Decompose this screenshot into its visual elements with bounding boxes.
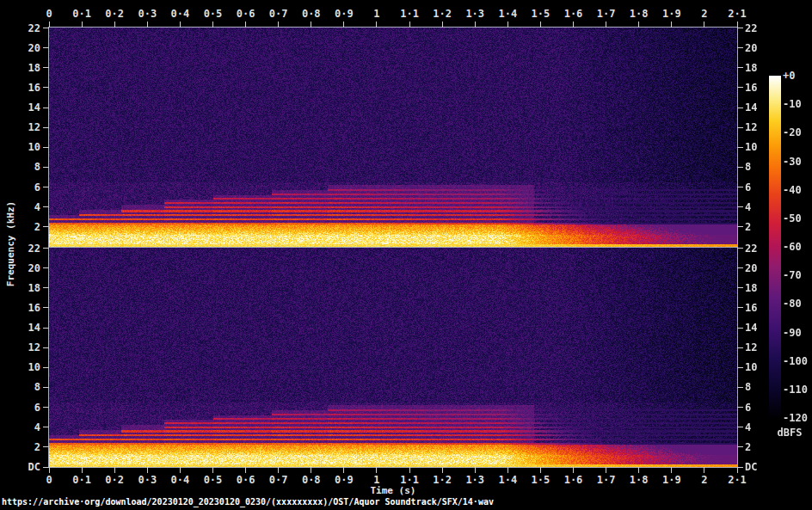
- freq-tick-label: 20: [745, 262, 783, 274]
- freq-tick: [43, 307, 49, 308]
- time-tick: [737, 22, 738, 28]
- time-tick: [311, 467, 311, 473]
- freq-tick-label: 16: [6, 82, 40, 94]
- colorbar-unit-label: dBFS: [770, 427, 809, 439]
- time-tick: [343, 22, 344, 28]
- freq-tick: [737, 328, 743, 329]
- freq-tick-label: DC: [6, 461, 40, 473]
- freq-tick-label: 6: [745, 402, 783, 414]
- time-tick-label: 2·1: [718, 474, 756, 486]
- time-tick: [180, 22, 181, 28]
- freq-tick-label: 22: [745, 243, 783, 255]
- db-tick-label: -20: [783, 126, 812, 138]
- time-tick: [147, 467, 148, 473]
- db-tick-label: -80: [783, 298, 812, 310]
- freq-tick-label: 8: [745, 161, 783, 173]
- db-tick-label: -30: [783, 156, 812, 168]
- freq-tick-label: 4: [6, 421, 40, 433]
- freq-tick-label: 10: [6, 141, 40, 153]
- freq-tick-label: 12: [6, 121, 40, 133]
- db-tick-label: -50: [783, 212, 812, 224]
- freq-tick-label: 14: [745, 322, 783, 334]
- file-url-caption: https://archive·org/download/20230120_20…: [2, 497, 494, 507]
- time-tick: [212, 22, 213, 28]
- freq-tick: [43, 108, 49, 108]
- freq-tick: [43, 467, 49, 468]
- freq-tick-label: 14: [745, 101, 783, 114]
- time-tick: [409, 22, 410, 28]
- time-tick: [671, 22, 672, 28]
- freq-tick: [43, 248, 49, 249]
- spectrogram-figure: 00·10·20·30·40·50·60·70·80·911·11·21·31·…: [0, 0, 812, 510]
- freq-tick-label: 12: [745, 341, 783, 353]
- time-tick: [180, 467, 181, 473]
- freq-tick: [43, 387, 49, 388]
- time-tick: [573, 22, 574, 28]
- db-tick-label: -120: [783, 412, 812, 424]
- freq-tick: [737, 446, 743, 447]
- spectrogram-channel-2: [49, 248, 737, 467]
- freq-tick: [737, 287, 743, 288]
- freq-tick: [737, 67, 743, 68]
- freq-tick-label: DC: [745, 461, 783, 473]
- freq-tick: [737, 407, 743, 408]
- freq-tick-label: 12: [6, 341, 40, 353]
- freq-tick: [43, 206, 49, 207]
- time-tick: [376, 467, 377, 473]
- time-tick: [442, 467, 443, 473]
- freq-tick: [43, 167, 49, 168]
- time-tick: [114, 467, 115, 473]
- time-tick: [508, 467, 508, 473]
- db-tick-label: -40: [783, 184, 812, 196]
- db-tick-label: -110: [783, 384, 812, 396]
- time-tick: [82, 467, 83, 473]
- freq-tick-label: 18: [745, 62, 783, 74]
- freq-tick: [43, 267, 49, 268]
- freq-tick: [43, 446, 49, 447]
- freq-tick: [43, 147, 49, 148]
- time-tick: [475, 467, 476, 473]
- freq-tick: [737, 127, 743, 128]
- freq-tick: [43, 427, 49, 427]
- freq-tick: [737, 387, 743, 388]
- freq-tick: [737, 167, 743, 168]
- time-tick: [442, 22, 443, 28]
- freq-tick-label: 20: [745, 42, 783, 54]
- time-tick: [704, 22, 704, 28]
- freq-tick-label: 22: [6, 22, 40, 34]
- db-tick-label: +0: [783, 70, 812, 82]
- time-tick: [49, 22, 50, 28]
- time-tick: [409, 467, 410, 473]
- time-tick: [540, 22, 541, 28]
- time-tick: [82, 22, 83, 28]
- x-axis-title: Time (s): [307, 485, 479, 496]
- freq-tick-label: 2: [745, 441, 783, 453]
- time-tick: [475, 22, 476, 28]
- freq-tick: [737, 87, 743, 88]
- db-tick-label: -70: [783, 269, 812, 281]
- freq-tick: [43, 347, 49, 348]
- time-tick: [606, 467, 606, 473]
- time-tick: [508, 22, 508, 28]
- freq-tick: [43, 47, 49, 48]
- freq-tick: [737, 267, 743, 268]
- freq-tick-label: 2: [6, 441, 40, 453]
- freq-tick: [43, 226, 49, 227]
- freq-tick-label: 10: [6, 361, 40, 373]
- time-tick: [49, 467, 50, 473]
- freq-tick: [737, 367, 743, 368]
- time-tick: [671, 467, 672, 473]
- freq-tick: [43, 67, 49, 68]
- db-tick-label: -10: [783, 98, 812, 110]
- freq-tick-label: 10: [745, 361, 783, 373]
- freq-tick-label: 10: [745, 141, 783, 153]
- freq-tick: [737, 427, 743, 427]
- time-tick: [343, 467, 344, 473]
- freq-tick: [737, 467, 743, 468]
- freq-tick: [737, 47, 743, 48]
- freq-tick-label: 22: [745, 22, 783, 34]
- freq-tick-label: 6: [745, 181, 783, 194]
- freq-tick: [737, 307, 743, 308]
- time-tick: [573, 467, 574, 473]
- freq-tick: [737, 206, 743, 207]
